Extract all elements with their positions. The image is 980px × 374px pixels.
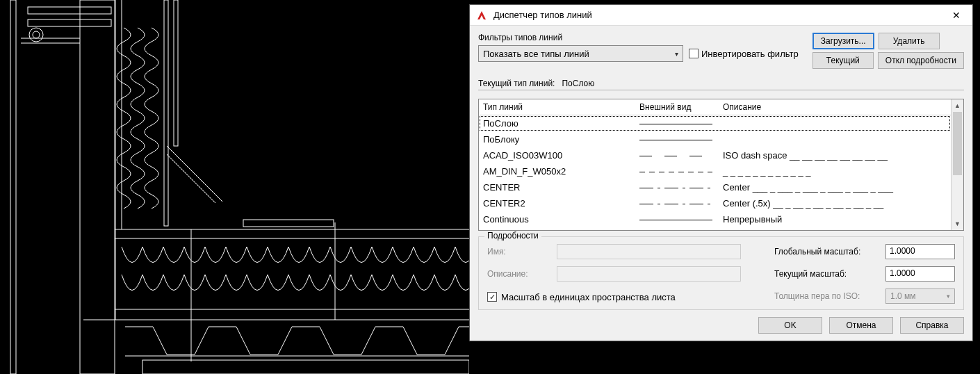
details-group: Подробности Имя: Глобальный масштаб: 1.0… bbox=[478, 236, 964, 310]
close-button[interactable]: ✕ bbox=[940, 5, 972, 26]
filter-combobox[interactable]: Показать все типы линий ▾ bbox=[478, 45, 683, 62]
linetype-description: Center (.5x) __ _ __ _ __ _ __ _ __ _ __ bbox=[723, 198, 947, 209]
linetype-appearance bbox=[639, 135, 723, 145]
svg-rect-16 bbox=[243, 220, 334, 227]
dialog-title: Диспетчер типов линий bbox=[493, 10, 592, 20]
svg-point-6 bbox=[29, 28, 43, 42]
scroll-thumb[interactable] bbox=[953, 112, 962, 175]
close-icon: ✕ bbox=[952, 10, 961, 21]
set-current-button[interactable]: Текущий bbox=[812, 52, 874, 69]
ok-button[interactable]: OK bbox=[758, 317, 822, 334]
global-scale-input[interactable]: 1.0000 bbox=[885, 244, 955, 259]
description-label: Описание: bbox=[487, 269, 557, 279]
hide-details-button[interactable]: Откл подробности bbox=[878, 52, 964, 69]
global-scale-label: Глобальный масштаб: bbox=[774, 247, 885, 257]
linetype-description: _ _ _ _ _ _ _ _ _ _ _ _ bbox=[723, 166, 947, 177]
svg-rect-4 bbox=[28, 7, 111, 14]
svg-rect-5 bbox=[28, 19, 111, 26]
filter-group-label: Фильтры типов линий bbox=[478, 33, 807, 42]
svg-point-7 bbox=[33, 31, 40, 38]
linetype-description: Center ___ _ ___ _ ___ _ ___ _ ___ _ ___ bbox=[723, 182, 947, 193]
details-legend: Подробности bbox=[484, 231, 541, 241]
titlebar: Диспетчер типов линий ✕ bbox=[470, 5, 972, 26]
svg-rect-11 bbox=[164, 0, 168, 226]
svg-rect-0 bbox=[10, 0, 16, 374]
table-row[interactable]: ContinuousНепрерывный bbox=[479, 211, 951, 227]
name-input[interactable] bbox=[557, 244, 741, 259]
scroll-track[interactable] bbox=[952, 112, 963, 218]
vertical-scrollbar[interactable]: ▲ ▼ bbox=[951, 99, 963, 230]
table-row[interactable]: CENTERCenter ___ _ ___ _ ___ _ ___ _ ___… bbox=[479, 179, 951, 195]
linetype-appearance bbox=[639, 167, 723, 177]
pen-width-label: Толщина пера по ISO: bbox=[774, 291, 885, 301]
chevron-down-icon: ▾ bbox=[675, 50, 678, 58]
linetype-name: ПоСлою bbox=[483, 118, 639, 129]
current-scale-input[interactable]: 1.0000 bbox=[885, 266, 955, 282]
table-row[interactable]: ПоБлоку bbox=[479, 131, 951, 147]
help-button[interactable]: Справка bbox=[900, 317, 964, 334]
linetype-name: AM_DIN_F_W050x2 bbox=[483, 166, 639, 177]
table-row[interactable]: ПоСлою bbox=[479, 115, 951, 131]
linetype-name: CENTER bbox=[483, 182, 639, 193]
col-header-name[interactable]: Тип линий bbox=[483, 102, 639, 112]
table-row[interactable]: ACAD_ISO03W100ISO dash space __ __ __ __… bbox=[479, 147, 951, 163]
autocad-logo-icon bbox=[475, 9, 488, 22]
invert-filter-checkbox[interactable]: Инвертировать фильтр bbox=[689, 49, 799, 59]
paperspace-label: Масштаб в единицах пространства листа bbox=[501, 292, 676, 302]
table-header: Тип линий Внешний вид Описание bbox=[479, 99, 951, 115]
linetype-description: ISO dash space __ __ __ __ __ __ __ __ bbox=[723, 150, 947, 161]
load-button[interactable]: Загрузить... bbox=[812, 33, 874, 49]
svg-rect-20 bbox=[142, 360, 469, 374]
name-label: Имя: bbox=[487, 247, 557, 257]
current-linetype-row: Текущий тип линий: ПоСлою bbox=[478, 76, 964, 90]
cancel-button[interactable]: Отмена bbox=[829, 317, 893, 334]
svg-rect-1 bbox=[80, 0, 115, 374]
filter-combo-value: Показать все типы линий bbox=[483, 49, 589, 59]
col-header-appearance[interactable]: Внешний вид bbox=[639, 102, 723, 112]
scroll-up-icon[interactable]: ▲ bbox=[952, 99, 963, 112]
linetype-description: Непрерывный bbox=[723, 214, 947, 225]
current-linetype-value: ПоСлою bbox=[562, 79, 594, 88]
svg-line-13 bbox=[167, 154, 215, 203]
table-row[interactable]: AM_DIN_F_W050x2_ _ _ _ _ _ _ _ _ _ _ _ bbox=[479, 163, 951, 179]
current-scale-label: Текущий масштаб: bbox=[774, 269, 885, 279]
linetype-name: Continuous bbox=[483, 214, 639, 225]
linetype-appearance bbox=[639, 151, 723, 161]
table-row[interactable]: CENTER2Center (.5x) __ _ __ _ __ _ __ _ … bbox=[479, 195, 951, 211]
scroll-down-icon[interactable]: ▼ bbox=[952, 218, 963, 230]
linetype-appearance bbox=[639, 119, 723, 129]
linetype-appearance bbox=[639, 215, 723, 225]
pen-width-combo: 1.0 мм ▾ bbox=[885, 288, 955, 304]
delete-button[interactable]: Удалить bbox=[879, 33, 940, 49]
current-linetype-label: Текущий тип линий: bbox=[478, 79, 555, 88]
paperspace-checkbox[interactable]: ✓ bbox=[487, 292, 497, 302]
pen-width-value: 1.0 мм bbox=[890, 291, 916, 301]
linetype-table: Тип линий Внешний вид Описание ПоСлоюПоБ… bbox=[478, 99, 964, 231]
linetype-appearance bbox=[639, 183, 723, 193]
checkbox-icon bbox=[689, 49, 699, 58]
linetype-name: ПоБлоку bbox=[483, 134, 639, 145]
cad-drawing-background bbox=[0, 0, 469, 374]
invert-filter-label: Инвертировать фильтр bbox=[701, 49, 799, 59]
table-body: ПоСлоюПоБлокуACAD_ISO03W100ISO dash spac… bbox=[479, 115, 951, 227]
description-input[interactable] bbox=[557, 266, 741, 282]
col-header-description[interactable]: Описание bbox=[723, 102, 947, 112]
linetype-appearance bbox=[639, 199, 723, 209]
svg-rect-10 bbox=[174, 0, 178, 146]
svg-line-12 bbox=[167, 146, 222, 202]
linetype-manager-dialog: Диспетчер типов линий ✕ Фильтры типов ли… bbox=[469, 4, 973, 341]
chevron-down-icon: ▾ bbox=[947, 293, 950, 300]
linetype-name: CENTER2 bbox=[483, 198, 639, 209]
linetype-name: ACAD_ISO03W100 bbox=[483, 150, 639, 161]
